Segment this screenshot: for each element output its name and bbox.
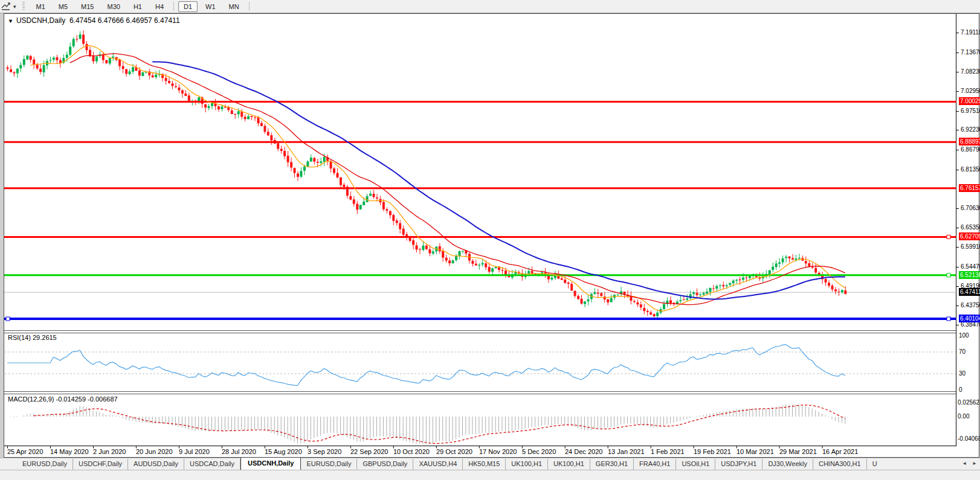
timeframe-button-m15[interactable]: M15 [76,1,99,12]
macd-values: -0.014259 -0.006687 [56,395,117,403]
toolbar-grip[interactable] [22,2,25,11]
date-axis-label: 24 Dec 2020 [565,448,602,455]
chart-tab-hk50-m15[interactable]: HK50,M15 [463,459,506,470]
timeframe-button-h4[interactable]: H4 [150,1,169,12]
chart-tab-gbpusd-daily[interactable]: GBPUSD,Daily [357,459,413,470]
price-level-badge: 6.40104 [959,315,980,322]
timeframe-button-m30[interactable]: M30 [102,1,126,12]
price-tick-mark [956,286,959,287]
date-axis-label: 28 Jul 2020 [222,448,256,455]
price-tick-label: 6.59910 [961,243,980,250]
rsi-scale-label: 100 [959,332,969,339]
date-axis-label: 16 Apr 2021 [822,448,858,455]
price-tick-label: 6.54470 [961,263,980,270]
price-tick-mark [956,247,959,248]
tab-scroll-left-button[interactable]: ◄ [960,460,969,467]
top-toolbar: ▾ M1M5M15M30H1H4D1W1MN [0,0,980,13]
date-axis-label: 3 Sep 2020 [308,448,341,455]
price-tick-mark [956,306,959,306]
timeframe-button-mn[interactable]: MN [224,1,245,12]
rsi-indicator-label: RSI(14) 29.2615 [8,334,57,341]
date-axis-label: 5 Dec 2020 [522,448,556,455]
chart-tab-partial[interactable]: U [867,459,886,470]
tab-scrollers: ◄ ► [960,460,979,467]
date-axis-label: 10 Oct 2020 [393,448,430,455]
chart-title: ▼USDCNH,Daily 6.47454 6.47666 6.46957 6.… [8,16,180,25]
chart-tab-xauusd-h4[interactable]: XAUUSD,H4 [413,459,463,470]
timeframe-button-m5[interactable]: M5 [53,1,73,12]
chart-window: ▼USDCNH,Daily 6.47454 6.47666 6.46957 6.… [4,13,979,458]
timeframe-button-w1[interactable]: W1 [200,1,221,12]
chart-tab-bar: EURUSD,DailyUSDCHF,DailyAUDUSD,DailyUSDC… [0,458,980,470]
chart-ohlc-values: 6.47454 6.47666 6.46957 6.47411 [69,16,180,25]
chart-tab-uk100-h1[interactable]: UK100,H1 [506,459,548,470]
price-tick-mark [956,91,959,92]
price-level-badge: 6.76157 [959,184,980,192]
timeframe-button-m1[interactable]: M1 [31,1,51,12]
chart-tab-ger30-h1[interactable]: GER30,H1 [590,459,634,470]
price-tick-mark [956,33,959,33]
macd-scale-label: 0.00 [958,413,969,420]
price-level-badge: 6.52138 [959,271,980,279]
price-axis[interactable]: 7.191107.136707.082307.029506.975106.922… [956,14,979,457]
chart-tab-eurusd-daily[interactable]: EURUSD,Daily [17,459,73,470]
date-axis-label: 17 Nov 2020 [479,448,517,455]
timeframe-button-d1[interactable]: D1 [178,1,198,12]
price-tick-mark [956,170,959,170]
price-tick-mark [956,150,959,150]
chevron-down-icon[interactable]: ▾ [13,4,16,10]
chart-tab-uk100-h1[interactable]: UK100,H1 [548,459,590,470]
price-tick-mark [956,130,959,130]
price-tick-label: 6.43750 [961,302,980,309]
price-tick-label: 6.81350 [961,166,980,173]
toolbar-separator [249,2,250,11]
price-tick-label: 7.13670 [961,49,980,56]
chart-tab-fra40-h1[interactable]: FRA40,H1 [634,459,676,470]
price-tick-label: 6.97510 [961,107,980,114]
price-tick-label: 6.70630 [961,205,980,211]
charts-icon[interactable] [1,2,11,11]
rsi-name: RSI(14) [8,334,31,341]
price-tick-mark [956,111,959,112]
chart-tab-usdchf-daily[interactable]: USDCHF,Daily [73,459,128,470]
chart-canvas[interactable] [4,14,979,457]
price-level-badge: 6.88897 [959,138,980,146]
chart-tab-usdcnh-daily[interactable]: USDCNH,Daily [240,457,301,470]
chart-tab-usdcad-daily[interactable]: USDCAD,Daily [184,459,240,470]
date-axis-label: 14 May 2020 [50,448,89,455]
timeframe-buttons: M1M5M15M30H1H4D1W1MN [30,1,253,12]
price-tick-mark [956,228,959,228]
chart-tab-dj30-weekly[interactable]: DJ30,Weekly [762,459,813,470]
chart-collapse-icon[interactable]: ▼ [8,18,13,24]
date-axis-label: 13 Jan 2021 [608,448,645,455]
price-tick-label: 6.65350 [961,224,980,231]
price-level-badge: 7.00029 [959,97,980,105]
price-tick-label: 7.02950 [961,88,980,94]
chart-tab-usoil-h1[interactable]: USOil,H1 [676,459,715,470]
rsi-scale-label: 70 [959,348,965,355]
chart-tab-eurusd-daily[interactable]: EURUSD,Daily [301,459,357,470]
date-axis-label: 9 Jul 2020 [179,448,210,455]
macd-scale-label: -0.040687 [958,435,980,442]
timeframe-button-h1[interactable]: H1 [128,1,147,12]
date-axis-label: 15 Aug 2020 [265,448,302,455]
macd-indicator-label: MACD(12,26,9) -0.014259 -0.006687 [8,395,118,403]
date-axis-label: 25 Apr 2020 [7,448,43,455]
price-tick-mark [956,208,959,209]
price-tick-label: 6.92230 [961,126,980,133]
date-axis-label: 29 Oct 2020 [436,448,472,455]
date-axis-label: 10 Mar 2021 [737,448,774,455]
trading-app: ▾ M1M5M15M30H1H4D1W1MN ▼USDCNH,Daily 6.4… [0,0,980,480]
date-axis-label: 22 Sep 2020 [350,448,388,455]
price-tick-mark [956,267,959,267]
chart-tab-china300-h1[interactable]: CHINA300,H1 [813,459,867,470]
tab-scroll-right-button[interactable]: ► [970,460,979,467]
status-bar [0,470,980,480]
price-tick-label: 7.19110 [961,29,980,36]
chart-tab-usdjpy-h1[interactable]: USDJPY,H1 [715,459,762,470]
rsi-scale-label: 30 [959,370,965,377]
chart-tab-audusd-daily[interactable]: AUDUSD,Daily [128,459,184,470]
date-axis-label: 20 Jun 2020 [136,448,173,455]
price-tick-label: 7.08230 [961,68,980,75]
macd-scale-label: 0.025623 [958,399,980,406]
